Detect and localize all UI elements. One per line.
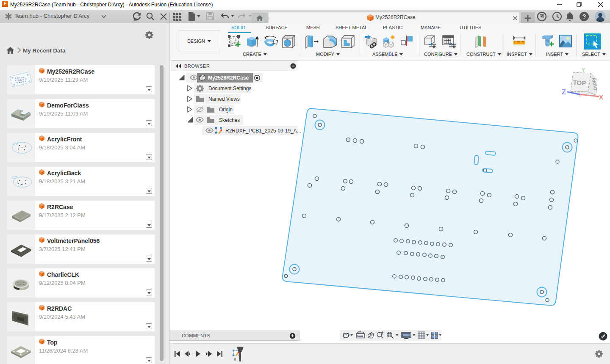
svg-text:X: X — [599, 94, 603, 101]
svg-text:TOP: TOP — [573, 79, 586, 87]
svg-text:F: F — [4, 1, 6, 6]
svg-text:?: ? — [582, 13, 586, 20]
svg-text:Z: Z — [562, 88, 566, 96]
svg-text:Y: Y — [582, 67, 585, 73]
